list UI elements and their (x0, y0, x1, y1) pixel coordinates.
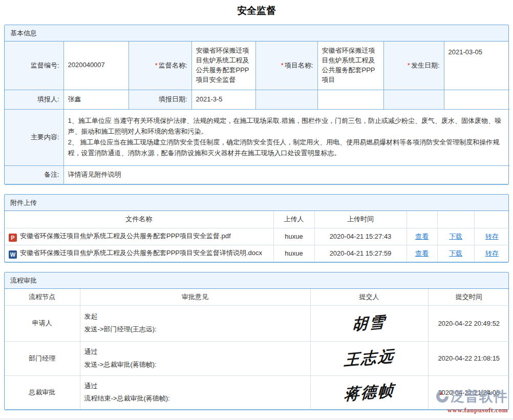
download-link[interactable]: 下载 (449, 233, 462, 240)
main-content-line-1: 1、施工单位应 当遵守有关环境保护法律、法规的规定，在施工现场采取.措施，围栏作… (68, 116, 506, 137)
filler-value: 张鑫 (63, 90, 129, 109)
transfer-link[interactable]: 转存 (485, 249, 499, 257)
occur-date-value: 2021-03-05 (444, 41, 509, 90)
approval-opinion: 发起 发送->部门经理(王志远): (80, 305, 310, 341)
column-header-upload-time: 上传时间 (314, 211, 407, 228)
attachments-table: 文件名称 上传人 上传时间 P安徽省环保搬迁项目焦炉系统工程及公共服务配套PPP… (5, 211, 509, 262)
signature-handwriting: 王志远 (344, 346, 395, 371)
occur-date-label: *发生日期: (383, 41, 444, 90)
attachment-upload-time: 2020-04-21 15:27:59 (314, 245, 407, 262)
approval-opinion: 通过 流程结束->总裁审批(蒋德帧): (80, 375, 310, 409)
pdf-file-icon: P (9, 234, 17, 242)
word-file-icon: W (9, 250, 17, 259)
attachment-row: P安徽省环保搬迁项目焦炉系统工程及公共服务配套PPP项目安全监督.pdf hux… (5, 228, 509, 245)
basic-info-section-title: 基本信息 (5, 25, 508, 41)
page-title: 安全监督 (0, 4, 513, 17)
attachment-upload-time: 2020-04-21 15:27:43 (314, 228, 407, 245)
attachment-uploader: huxue (273, 245, 314, 262)
remark-value: 详情请见附件说明 (63, 165, 509, 184)
column-header-file-name: 文件名称 (5, 211, 273, 228)
approval-opinion: 通过 发送->总裁审批(蒋德帧): (80, 341, 310, 375)
view-link[interactable]: 查看 (415, 233, 429, 240)
supervision-no-label: 监督编号: (5, 41, 63, 90)
approval-table: 流程节点 审批意见 提交人 提交时间 申请人 发起 发送->部门经理(王志远):… (5, 289, 509, 409)
attachment-row: W安徽省环保搬迁项目焦炉系统工程及公共服务配套PPP项目安全监督详情说明.doc… (5, 245, 509, 262)
required-asterisk: * (408, 61, 410, 69)
attachments-section-title: 附件上传 (5, 195, 508, 211)
column-header-action (407, 211, 437, 228)
project-name-label: *项目名称: (255, 41, 317, 90)
empty-value-cell (444, 90, 509, 109)
brand-url: www.fanpusoft.com (436, 406, 508, 414)
fanpu-watermark: 泛普软件 www.fanpusoft.com (436, 387, 508, 414)
column-header-node: 流程节点 (5, 289, 80, 305)
approval-row: 申请人 发起 发送->部门经理(王志远): 胡雪 2020-04-22 20:4… (5, 305, 509, 341)
filler-label: 填报人: (5, 90, 63, 109)
approval-row: 总裁审批 通过 流程结束->总裁审批(蒋德帧): 蒋德帧 2020-04-22 … (5, 375, 509, 409)
view-link[interactable]: 查看 (415, 249, 429, 257)
attachment-uploader: huxue (273, 228, 314, 245)
fill-date-value: 2021-3-5 (191, 90, 255, 109)
supervision-name-label: *监督名称: (129, 41, 191, 90)
fanpu-logo-icon (436, 390, 449, 403)
fill-date-label: 填报日期: (129, 90, 191, 109)
basic-info-table: 监督编号: 2020040007 *监督名称: 安徽省环保搬迁项目焦炉系统工程及… (5, 41, 509, 184)
approval-panel: 流程审批 流程节点 审批意见 提交人 提交时间 申请人 发起 发送->部门经理(… (4, 272, 509, 410)
attachment-file-name: P安徽省环保搬迁项目焦炉系统工程及公共服务配套PPP项目安全监督.pdf (5, 228, 273, 245)
approval-node: 总裁审批 (5, 375, 80, 409)
column-header-action (437, 211, 474, 228)
remark-label: 备注: (5, 165, 63, 184)
empty-label-cell (383, 90, 444, 109)
basic-info-panel: 基本信息 监督编号: 2020040007 *监督名称: 安徽省环保搬迁项目焦炉… (4, 25, 509, 185)
main-content-line-2: 2、 施工单位应当在施工现场建立消防安全责任制度，确定消防安全责任人，制定用火、… (68, 137, 506, 159)
attachment-file-name: W安徽省环保搬迁项目焦炉系统工程及公共服务配套PPP项目安全监督详情说明.doc… (5, 245, 273, 262)
required-asterisk: * (281, 61, 284, 69)
transfer-link[interactable]: 转存 (485, 233, 499, 240)
supervision-name-value: 安徽省环保搬迁项目焦炉系统工程及公共服务配套PPP项目安全监督 (191, 41, 255, 90)
column-header-submit-time: 提交时间 (428, 289, 509, 305)
approval-node: 申请人 (5, 305, 80, 341)
column-header-action (474, 211, 509, 228)
column-header-submitter: 提交人 (310, 289, 428, 305)
approval-submit-time: 2020-04-22 21:08:15 (428, 341, 509, 375)
attachments-panel: 附件上传 文件名称 上传人 上传时间 P安徽省环保搬迁项目焦炉系统工程及公共服务… (4, 194, 509, 263)
column-header-opinion: 审批意见 (80, 289, 310, 305)
empty-label-cell (255, 90, 317, 109)
main-content-label: 主要内容: (5, 109, 63, 165)
approval-row: 部门经理 通过 发送->总裁审批(蒋德帧): 王志远 2020-04-22 21… (5, 341, 509, 375)
required-asterisk: * (155, 61, 158, 69)
brand-name: 泛普软件 (451, 387, 508, 406)
empty-value-cell (317, 90, 383, 109)
approval-submit-time: 2020-04-22 20:49:52 (428, 305, 509, 341)
submitter-signature: 胡雪 (310, 305, 428, 341)
project-name-value: 安徽省环保搬迁项目焦炉系统工程及公共服务配套PPP项目 (317, 41, 383, 90)
main-content-value: 1、施工单位应 当遵守有关环境保护法律、法规的规定，在施工现场采取.措施，围栏作… (63, 109, 509, 165)
submitter-signature: 王志远 (310, 341, 428, 375)
signature-handwriting: 胡雪 (352, 311, 387, 335)
supervision-no-value: 2020040007 (63, 41, 129, 90)
approval-section-title: 流程审批 (5, 272, 508, 289)
page: 安全监督 基本信息 监督编号: 2020040007 *监督名称: 安徽省环保搬… (0, 0, 513, 420)
signature-handwriting: 蒋德帧 (344, 380, 395, 405)
submitter-signature: 蒋德帧 (310, 375, 428, 409)
approval-node: 部门经理 (5, 341, 80, 375)
download-link[interactable]: 下载 (449, 249, 462, 257)
column-header-uploader: 上传人 (273, 211, 314, 228)
page-bottom-divider (0, 418, 513, 419)
